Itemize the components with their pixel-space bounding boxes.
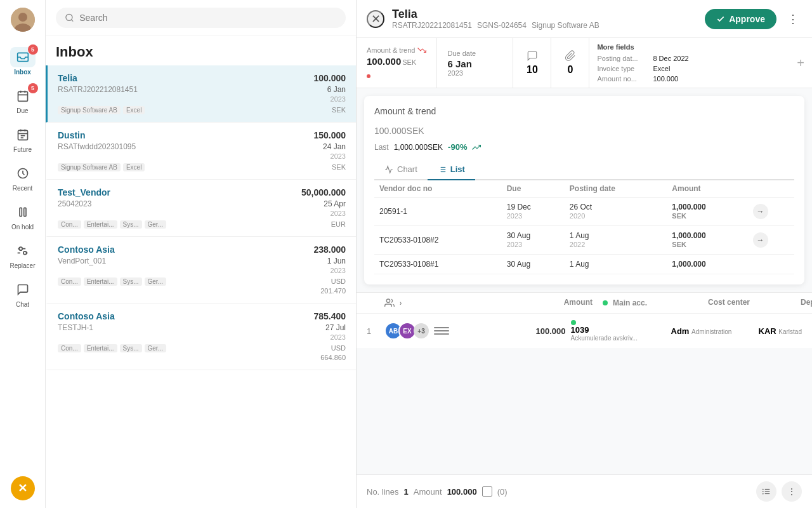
lines-view-button[interactable] — [756, 481, 776, 502]
approve-button[interactable]: Approve — [705, 9, 776, 29]
row-menu-button[interactable] — [434, 323, 449, 338]
invoice-year: 2023 — [331, 267, 346, 274]
sidebar-item-inbox-label: Inbox — [14, 69, 31, 76]
tab-chart[interactable]: Chart — [374, 159, 428, 180]
row-due: 19 Dec 2023 — [502, 197, 565, 226]
inbox-icon: 5 — [10, 47, 36, 67]
add-field-button[interactable]: + — [789, 38, 812, 88]
cost-name: Administration — [691, 328, 731, 335]
inbox-title: Inbox — [46, 36, 356, 65]
sidebar-item-due[interactable]: 5 Due — [0, 81, 45, 119]
comment-icon — [527, 50, 538, 62]
invoice-amount2: 201.470 — [320, 287, 346, 295]
avatar[interactable] — [11, 8, 35, 32]
recent-icon — [10, 163, 36, 184]
vendor-doc-num: TC20533-0108#2 — [374, 226, 502, 255]
due-date-cell[interactable]: Due date 6 Jan 2023 — [437, 38, 513, 88]
invoice-currency: EUR — [331, 220, 346, 228]
tag: Ger... — [145, 277, 166, 286]
invoice-currency: SEK — [332, 106, 346, 114]
more-options-button-bottom[interactable]: ⋮ — [782, 481, 802, 502]
tag: Excel — [123, 106, 145, 114]
col-due: Due — [502, 180, 565, 197]
popup-title: Amount & trend — [374, 106, 794, 116]
tag: Ger... — [145, 344, 166, 352]
row-amount: 1,000.000 — [667, 255, 747, 274]
sidebar: 5 Inbox 5 Due Future — [0, 0, 46, 508]
sidebar-item-inbox[interactable]: 5 Inbox — [0, 42, 45, 81]
due-date-label: Due date — [447, 50, 502, 57]
tab-list-label: List — [450, 164, 465, 174]
list-item[interactable]: Telia 100.000 RSATRJ202212081451 6 Jan 2… — [46, 65, 356, 123]
tag: Con... — [58, 344, 81, 352]
invoice-date: 25 Apr — [324, 199, 346, 208]
paperclip-icon — [565, 50, 576, 62]
popup-amount: 100.000SEK — [374, 119, 794, 138]
alloc-col-amount: Amount — [516, 298, 593, 308]
tag: Con... — [58, 277, 81, 286]
search-bar — [46, 0, 356, 36]
search-input[interactable] — [79, 13, 337, 23]
row-due: 30 Aug 2023 — [502, 226, 565, 255]
checkmark-icon — [716, 15, 725, 23]
search-input-wrap[interactable] — [56, 8, 346, 28]
lines-icon — [762, 487, 771, 496]
detail-title: Telia — [392, 8, 599, 21]
tab-list[interactable]: List — [428, 159, 475, 180]
vendor-id: VendPort_001 — [58, 257, 106, 265]
alloc-col-dept: Department — [801, 298, 812, 308]
list-item[interactable]: Contoso Asia 238.000 VendPort_001 1 Jun … — [46, 237, 356, 304]
row-arrow-button[interactable]: → — [753, 232, 768, 248]
chart-icon — [384, 165, 393, 174]
allocation-section: › Amount Main acc. Cost center Departmen… — [357, 292, 812, 348]
list-item[interactable]: Contoso Asia 785.400 TESTJH-1 27 Jul 202… — [46, 304, 356, 370]
list-item[interactable]: Test_Vendor 50,000.000 25042023 25 Apr 2… — [46, 180, 356, 237]
invoice-date: 24 Jan — [323, 142, 346, 151]
svg-rect-4 — [18, 91, 27, 101]
replacer-icon — [10, 241, 36, 261]
sidebar-item-due-label: Due — [16, 107, 28, 114]
comments-cell[interactable]: 10 — [513, 38, 551, 88]
app-logo[interactable]: ✕ — [11, 476, 35, 500]
popup-last-val: 1,000.000SEK — [394, 143, 443, 152]
vendor-id: RSATfwddd202301095 — [58, 142, 136, 151]
tag: Excel — [123, 163, 145, 171]
tag: Sys... — [120, 220, 142, 229]
list-item[interactable]: Dustin 150.000 RSATfwddd202301095 24 Jan… — [46, 123, 356, 180]
close-button[interactable]: ✕ — [367, 10, 384, 28]
attachments-cell[interactable]: 0 — [551, 38, 589, 88]
chat-icon — [10, 279, 36, 300]
sidebar-item-replacer[interactable]: Replacer — [0, 236, 45, 274]
info-bar: Amount & trend 100.000 SEK Due date 6 Ja… — [357, 38, 812, 88]
vendor-name: Contoso Asia — [58, 244, 115, 255]
alloc-col-cost: Cost center — [708, 298, 790, 308]
trend-down-icon — [417, 46, 426, 55]
amount-trend-cell[interactable]: Amount & trend 100.000 SEK — [357, 38, 437, 88]
invoice-year: 2023 — [331, 333, 346, 341]
more-options-button[interactable]: ⋮ — [784, 10, 802, 28]
acc-num: 1039 — [571, 325, 589, 335]
amount-trend-label: Amount & trend — [367, 46, 415, 54]
popup-last-label: Last — [374, 143, 389, 152]
avatar-extra: +3 — [414, 323, 429, 338]
table-row: TC20533-0108#2 30 Aug 2023 1 Aug 2022 1,… — [374, 226, 794, 255]
avatars-wrap: AB EX +3 — [384, 322, 429, 340]
vendor-id: TESTJH-1 — [58, 323, 93, 332]
row-arrow-button[interactable]: → — [753, 204, 768, 219]
tag: Signup Software AB — [58, 106, 121, 114]
sidebar-item-onhold[interactable]: On hold — [0, 197, 45, 236]
sidebar-item-recent[interactable]: Recent — [0, 158, 45, 197]
copy-icon[interactable] — [482, 486, 492, 497]
sidebar-item-future[interactable]: Future — [0, 119, 45, 158]
trend-arrow-icon — [472, 143, 481, 152]
cost-num: Adm — [671, 326, 690, 336]
tag: Con... — [58, 220, 81, 229]
popup-currency: SEK — [407, 126, 424, 136]
row-amount: 1,000.000 SEK — [667, 197, 747, 226]
sidebar-item-chat-label: Chat — [16, 301, 29, 308]
sidebar-item-chat[interactable]: Chat — [0, 274, 45, 313]
acc-name: Ackumulerade avskriv... — [571, 335, 638, 342]
svg-point-1 — [18, 13, 27, 22]
list-icon — [438, 165, 447, 174]
tag: Entertai... — [84, 344, 117, 352]
